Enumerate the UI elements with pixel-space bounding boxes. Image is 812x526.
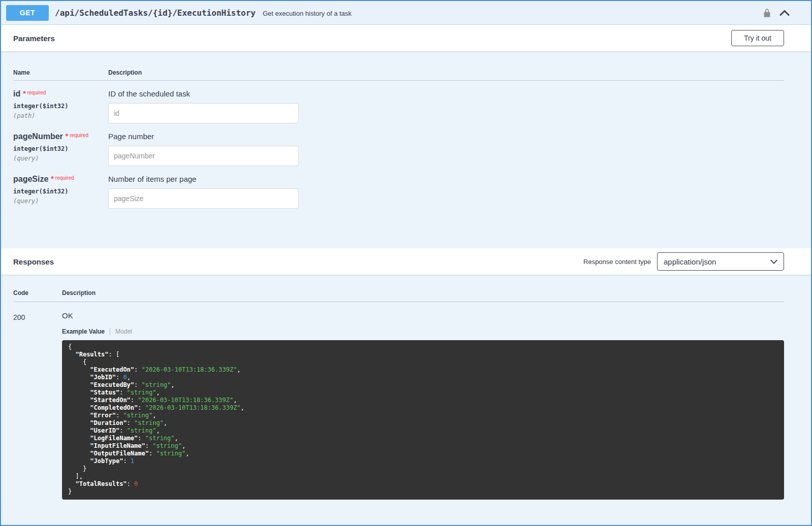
operation-summary-bar[interactable]: GET /api/ScheduledTasks/{id}/ExecutionHi… — [1, 1, 811, 25]
parameter-description-cell: ID of the scheduled task — [108, 89, 784, 123]
required-star-icon: * — [23, 89, 25, 97]
operation-path: /api/ScheduledTasks/{id}/ExecutionHistor… — [55, 8, 256, 18]
parameters-title: Parameters — [13, 34, 55, 43]
parameter-description-cell: Page number — [108, 132, 784, 166]
responses-area: Code Description 200 OK Example Value Mo… — [1, 275, 811, 525]
parameters-description-header: Description — [108, 69, 784, 76]
parameter-type: integer($int32) — [13, 103, 108, 110]
parameter-meta: pageNumber * required integer($int32) (q… — [13, 132, 108, 166]
chevron-up-icon[interactable] — [778, 8, 791, 17]
response-code: 200 — [13, 311, 62, 500]
response-content-type-value: application/json — [664, 257, 716, 266]
parameter-type: integer($int32) — [13, 145, 108, 152]
parameter-row-pagenumber: pageNumber * required integer($int32) (q… — [13, 123, 784, 166]
chevron-down-icon — [770, 257, 777, 266]
responses-header: Responses Response content type applicat… — [1, 248, 811, 275]
parameter-row-pagesize: pageSize * required integer($int32) (que… — [13, 166, 784, 209]
operation-summary-text: Get execution history of a task — [263, 10, 352, 17]
swagger-ui-page: GET /api/ScheduledTasks/{id}/ExecutionHi… — [0, 0, 812, 526]
parameter-description: Number of items per page — [108, 175, 784, 183]
lock-icon[interactable] — [762, 7, 772, 19]
response-content-type-label: Response content type — [583, 258, 651, 266]
parameter-name: pageSize — [13, 175, 48, 184]
responses-table-header: Code Description — [13, 275, 784, 302]
response-description: OK — [62, 311, 784, 320]
http-method-badge: GET — [6, 5, 49, 21]
responses-description-header: Description — [62, 289, 784, 297]
parameter-input-pagenumber[interactable] — [108, 146, 299, 166]
parameter-meta: pageSize * required integer($int32) (que… — [13, 175, 108, 209]
parameter-location: (query) — [13, 198, 108, 205]
parameters-header: Parameters Try it out — [1, 25, 811, 52]
required-star-icon: * — [66, 132, 68, 140]
parameter-location: (path) — [13, 112, 108, 119]
example-value-code[interactable]: { "Results": [ { "ExecutedOn": "2026-03-… — [62, 340, 784, 500]
example-model-tabs: Example Value Model — [62, 328, 784, 335]
response-row-200: 200 OK Example Value Model { "Results": … — [13, 302, 784, 500]
response-description-cell: OK Example Value Model { "Results": [ { … — [62, 311, 784, 500]
parameters-table-header: Name Description — [13, 52, 784, 81]
try-it-out-button[interactable]: Try it out — [731, 30, 784, 46]
parameter-location: (query) — [13, 155, 108, 162]
parameter-row-id: id * required integer($int32) (path) ID … — [13, 81, 784, 123]
parameters-area: Name Description id * required integer($… — [1, 52, 811, 248]
parameter-input-pagesize[interactable] — [108, 188, 299, 209]
parameter-input-id[interactable] — [108, 103, 299, 123]
parameter-name: pageNumber — [13, 132, 63, 141]
tab-example-value[interactable]: Example Value — [62, 328, 110, 335]
required-star-icon: * — [51, 175, 53, 183]
responses-title: Responses — [13, 257, 54, 266]
parameter-name: id — [13, 89, 20, 98]
parameter-description: ID of the scheduled task — [108, 89, 784, 98]
response-content-type: Response content type application/json — [583, 252, 784, 271]
parameters-name-header: Name — [13, 69, 108, 76]
required-label: required — [27, 90, 46, 95]
tab-model[interactable]: Model — [110, 328, 137, 335]
responses-code-header: Code — [13, 289, 62, 297]
response-content-type-select[interactable]: application/json — [657, 252, 784, 271]
required-label: required — [55, 175, 74, 181]
required-label: required — [70, 133, 88, 138]
parameter-description: Page number — [108, 132, 784, 141]
parameter-meta: id * required integer($int32) (path) — [13, 89, 108, 123]
parameter-type: integer($int32) — [13, 188, 108, 195]
parameter-description-cell: Number of items per page — [108, 175, 784, 209]
